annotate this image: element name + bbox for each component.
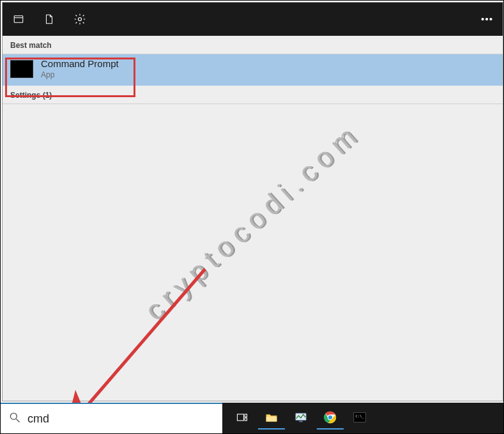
svg-point-3 — [482, 19, 484, 20]
file-explorer-button[interactable] — [258, 407, 285, 430]
monitor-button[interactable] — [287, 407, 314, 430]
taskbar-icons: C:\_ — [222, 403, 379, 433]
svg-rect-0 — [14, 16, 23, 23]
svg-line-8 — [17, 419, 20, 422]
svg-point-4 — [486, 19, 488, 20]
svg-rect-11 — [245, 418, 247, 421]
svg-rect-10 — [245, 414, 247, 417]
filter-settings-icon[interactable] — [73, 12, 87, 26]
result-subtitle: App — [41, 70, 119, 79]
svg-rect-14 — [299, 421, 303, 422]
taskbar: C:\_ — [1, 403, 503, 433]
svg-text:C:\_: C:\_ — [356, 414, 365, 419]
svg-point-5 — [490, 19, 492, 20]
filter-documents-icon[interactable] — [42, 12, 56, 26]
filter-more-icon[interactable] — [480, 12, 494, 26]
section-best-match-label: Best match — [3, 36, 503, 54]
svg-point-17 — [328, 415, 332, 419]
taskbar-search-box[interactable] — [1, 403, 222, 433]
chrome-button[interactable] — [317, 407, 344, 430]
svg-point-7 — [10, 413, 17, 419]
svg-rect-9 — [238, 414, 244, 421]
search-input[interactable] — [26, 412, 215, 426]
search-filter-header — [3, 3, 503, 36]
result-title: Command Prompt — [41, 58, 119, 69]
taskview-button[interactable] — [229, 407, 256, 430]
svg-rect-12 — [266, 417, 277, 421]
cmd-thumbnail-icon — [10, 60, 33, 78]
terminal-button[interactable]: C:\_ — [346, 407, 373, 430]
search-icon — [8, 411, 21, 426]
filter-apps-icon[interactable] — [11, 12, 26, 26]
watermark-text: cryptocodi.com — [139, 116, 367, 327]
cortana-search-panel: Best match Command Prompt App Settings (… — [2, 2, 503, 401]
svg-point-2 — [79, 18, 82, 21]
section-settings-label: Settings (1) — [3, 86, 503, 104]
result-command-prompt[interactable]: Command Prompt App — [3, 54, 503, 86]
